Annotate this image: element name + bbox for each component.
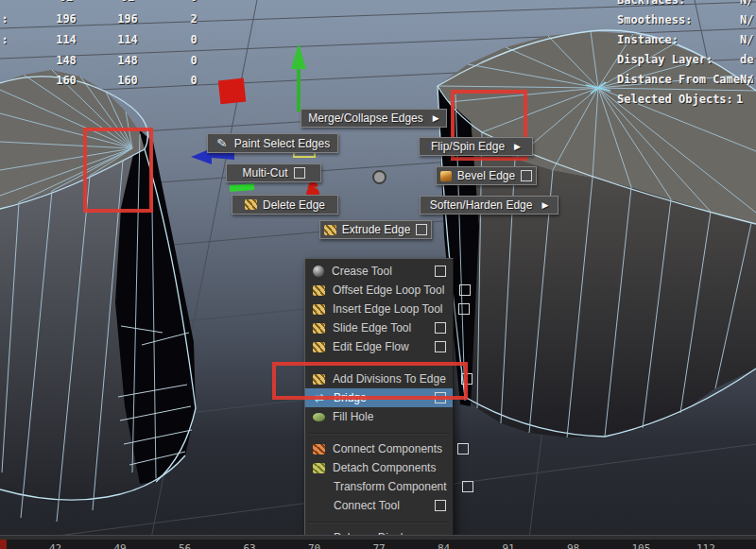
marking-item-delete-edge[interactable]: Delete Edge bbox=[232, 195, 338, 214]
option-box[interactable] bbox=[458, 303, 470, 315]
manipulator-green-handle[interactable] bbox=[230, 183, 254, 192]
timeline-frame-tick[interactable]: 63 bbox=[244, 542, 256, 549]
option-box[interactable] bbox=[416, 224, 427, 235]
menu-item-crease-tool[interactable]: Crease Tool bbox=[305, 262, 453, 281]
marking-item-label: Soften/Harden Edge bbox=[430, 198, 533, 212]
menu-item-label: Fill Hole bbox=[333, 410, 373, 423]
gold-icon bbox=[313, 323, 325, 334]
menu-item-label: Insert Edge Loop Tool bbox=[333, 302, 443, 316]
option-box[interactable] bbox=[435, 392, 446, 403]
menu-item-edit-edge-flow[interactable]: Edit Edge Flow bbox=[305, 337, 453, 356]
hud-detail-label: Backfaces: bbox=[617, 0, 756, 7]
menu-item-add-divisions-to-edge[interactable]: Add Divisions To Edge bbox=[305, 369, 453, 388]
connect-icon bbox=[313, 444, 325, 455]
timeline-frame-tick[interactable]: 98 bbox=[567, 542, 579, 549]
hud-detail-label: Distance From Camera: bbox=[617, 73, 756, 86]
gold-icon bbox=[313, 342, 325, 352]
menu-item-fill-hole[interactable]: Fill Hole bbox=[305, 407, 453, 426]
timeline-frame-tick[interactable]: 112 bbox=[696, 542, 715, 549]
menu-item-label: Detach Components bbox=[333, 461, 436, 474]
detach-icon bbox=[313, 463, 325, 473]
right-cylinder[interactable] bbox=[438, 30, 756, 437]
timeline-frame-tick[interactable]: 84 bbox=[438, 542, 450, 549]
hud-detail-row: Selected Objects:1 bbox=[0, 93, 756, 108]
option-box[interactable] bbox=[462, 481, 473, 492]
menu-item-label: Crease Tool bbox=[332, 265, 392, 278]
bridge-icon: ⇄ bbox=[313, 392, 326, 404]
hud-detail-value: N/ bbox=[740, 13, 756, 26]
menu-item-connect-components[interactable]: Connect Components bbox=[305, 439, 453, 458]
option-box[interactable] bbox=[457, 443, 469, 455]
timeline-frame-tick[interactable]: 49 bbox=[114, 542, 127, 549]
edge-context-menu: Crease ToolOffset Edge Loop ToolInsert E… bbox=[304, 258, 454, 539]
hud-detail-row: Backfaces:N/ bbox=[0, 0, 756, 9]
option-box[interactable] bbox=[435, 341, 446, 352]
marking-item-label: Delete Edge bbox=[263, 198, 325, 212]
none-icon bbox=[313, 500, 326, 512]
menu-item-label: Add Divisions To Edge bbox=[333, 372, 446, 386]
hud-detail-row: Distance From Camera:N/ bbox=[0, 73, 756, 88]
menu-item-offset-edge-loop-tool[interactable]: Offset Edge Loop Tool bbox=[305, 281, 453, 300]
marking-item-merge-collapse-edges[interactable]: Merge/Collapse Edges ▶ bbox=[301, 109, 447, 128]
option-box[interactable] bbox=[294, 167, 305, 179]
maya-application-window: 81810:1961962:114114014814801601600 Back… bbox=[0, 0, 756, 549]
hud-detail-value: 1 bbox=[736, 93, 756, 106]
marking-item-flip-spin-edge[interactable]: Flip/Spin Edge ▶ bbox=[419, 137, 533, 156]
menu-separator bbox=[308, 515, 450, 523]
menu-item-detach-components[interactable]: Detach Components bbox=[305, 458, 453, 477]
hud-detail-label: Smoothness: bbox=[617, 13, 756, 26]
option-box[interactable] bbox=[459, 284, 471, 296]
viewport[interactable]: 81810:1961962:114114014814801601600 Back… bbox=[0, 0, 756, 539]
marking-item-bevel-edge[interactable]: Bevel Edge bbox=[436, 166, 537, 185]
option-box[interactable] bbox=[435, 500, 446, 511]
menu-separator bbox=[308, 426, 450, 434]
option-box[interactable] bbox=[461, 373, 472, 385]
menu-item-label: Transform Component bbox=[334, 480, 447, 493]
menu-item-transform-component[interactable]: Transform Component bbox=[305, 477, 453, 496]
timeline-frame-tick[interactable]: 42 bbox=[49, 542, 61, 549]
menu-separator bbox=[308, 356, 450, 364]
menu-item-label: Edit Edge Flow bbox=[333, 340, 409, 353]
menu-item-bridge[interactable]: ⇄Bridge bbox=[305, 388, 453, 407]
menu-item-label: Bridge bbox=[334, 391, 367, 404]
menu-item-slide-edge-tool[interactable]: Slide Edge Tool bbox=[305, 318, 453, 337]
timeline-frame-tick[interactable]: 70 bbox=[308, 542, 320, 549]
menu-item-connect-tool[interactable]: Connect Tool bbox=[305, 496, 453, 515]
time-slider[interactable]: 424956637077849198105112 bbox=[0, 540, 756, 549]
hud-detail-row: Smoothness:N/ bbox=[0, 13, 756, 28]
submenu-arrow-icon: ▶ bbox=[541, 200, 548, 210]
none-icon bbox=[313, 481, 326, 493]
hud-detail-label: Display Layer: bbox=[617, 53, 756, 66]
hud-detail-label: Instance: bbox=[617, 33, 756, 46]
hud-detail-value: de bbox=[740, 53, 756, 66]
timeline-frame-tick[interactable]: 56 bbox=[179, 542, 191, 549]
timeline-frame-tick[interactable]: 91 bbox=[503, 542, 515, 549]
marking-item-label: Multi-Cut bbox=[242, 166, 287, 180]
fill-icon bbox=[313, 413, 325, 421]
gold-icon bbox=[313, 374, 325, 385]
hud-detail-value: N/ bbox=[740, 33, 756, 46]
option-box[interactable] bbox=[435, 322, 446, 334]
gold-icon bbox=[313, 285, 325, 296]
timeline-frame-tick[interactable]: 105 bbox=[632, 542, 651, 549]
brush-icon: ✎ bbox=[215, 136, 230, 150]
menu-item-label: Connect Components bbox=[333, 442, 442, 455]
current-frame-marker[interactable] bbox=[0, 540, 7, 549]
submenu-arrow-icon: ▶ bbox=[514, 142, 521, 151]
hud-detail-row: Display Layer:de bbox=[0, 53, 756, 68]
submenu-arrow-icon: ▶ bbox=[433, 113, 439, 123]
marking-item-paint-select-edges[interactable]: ✎ Paint Select Edges bbox=[207, 133, 338, 153]
marking-item-soften-harden-edge[interactable]: Soften/Harden Edge ▶ bbox=[420, 196, 558, 214]
menu-item-insert-edge-loop-tool[interactable]: Insert Edge Loop Tool bbox=[305, 300, 453, 318]
timeline-frame-tick[interactable]: 77 bbox=[373, 542, 386, 549]
option-box[interactable] bbox=[521, 170, 532, 181]
marking-item-label: Flip/Spin Edge bbox=[431, 140, 505, 153]
marking-item-multi-cut[interactable]: Multi-Cut bbox=[226, 163, 321, 182]
marking-item-extrude-edge[interactable]: Extrude Edge bbox=[319, 220, 432, 239]
left-cylinder[interactable] bbox=[0, 70, 196, 522]
menu-item-label: Connect Tool bbox=[334, 499, 400, 512]
gold-icon bbox=[313, 304, 325, 315]
option-box[interactable] bbox=[435, 266, 446, 277]
hud-detail-row: Instance:N/ bbox=[0, 33, 756, 48]
marking-item-label: Extrude Edge bbox=[342, 223, 411, 236]
